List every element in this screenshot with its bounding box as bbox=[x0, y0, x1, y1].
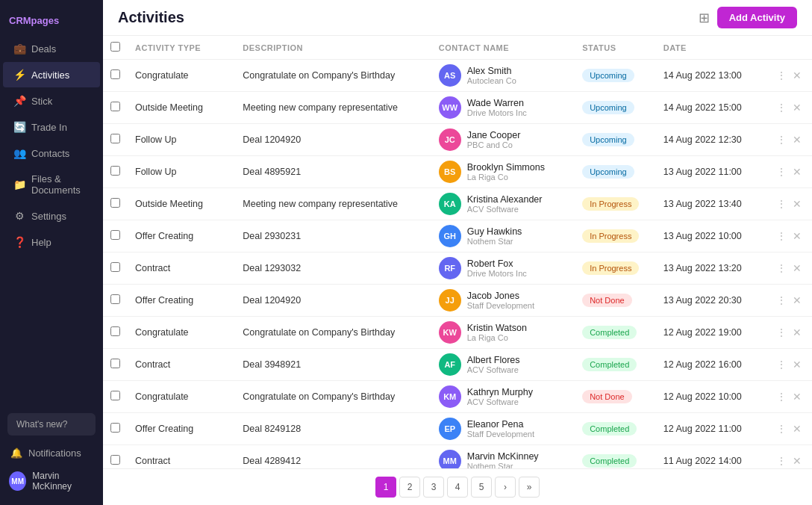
close-button[interactable]: ✕ bbox=[791, 68, 803, 83]
status-cell: Completed bbox=[575, 413, 656, 445]
page-button-5[interactable]: 5 bbox=[471, 477, 492, 498]
more-options-button[interactable]: ⋮ bbox=[775, 164, 788, 179]
contact-info: Wade Warren Drive Motors Inc bbox=[467, 98, 527, 117]
status-badge: Not Done bbox=[582, 294, 631, 307]
row-checkbox-cell[interactable] bbox=[103, 188, 128, 220]
more-options-button[interactable]: ⋮ bbox=[775, 261, 788, 276]
contact-cell: KA Kristina Alexander ACV Software bbox=[431, 188, 575, 220]
row-checkbox[interactable] bbox=[110, 294, 120, 304]
page-button-»[interactable]: » bbox=[519, 477, 540, 498]
more-options-button[interactable]: ⋮ bbox=[775, 229, 788, 244]
row-checkbox[interactable] bbox=[110, 69, 120, 79]
page-button-3[interactable]: 3 bbox=[423, 477, 444, 498]
status-cell: Not Done bbox=[575, 381, 656, 413]
more-options-button[interactable]: ⋮ bbox=[775, 325, 788, 340]
page-button-1[interactable]: 1 bbox=[375, 477, 396, 498]
contact-cell: KM Kathryn Murphy ACV Software bbox=[431, 381, 575, 413]
contact-info: Marvin McKinney Nothem Star bbox=[467, 451, 539, 468]
close-button[interactable]: ✕ bbox=[791, 293, 803, 308]
row-checkbox-cell[interactable] bbox=[103, 349, 128, 381]
row-checkbox-cell[interactable] bbox=[103, 156, 128, 188]
row-checkbox[interactable] bbox=[110, 166, 120, 176]
sidebar-item-files-&-documents[interactable]: 📁 Files & Documents bbox=[3, 167, 100, 202]
row-checkbox[interactable] bbox=[110, 134, 120, 143]
status-cell: Not Done bbox=[575, 285, 656, 317]
close-button[interactable]: ✕ bbox=[791, 389, 803, 404]
activity-type-cell: Outside Meeting bbox=[128, 92, 235, 124]
close-button[interactable]: ✕ bbox=[791, 229, 803, 244]
close-button[interactable]: ✕ bbox=[791, 421, 803, 436]
contact-name: Jane Cooper bbox=[467, 130, 521, 140]
more-options-button[interactable]: ⋮ bbox=[775, 68, 788, 83]
row-checkbox[interactable] bbox=[110, 198, 120, 208]
nav-icon: 📁 bbox=[13, 179, 25, 190]
more-options-button[interactable]: ⋮ bbox=[775, 293, 788, 308]
actions-cell: ⋮ ✕ bbox=[767, 317, 812, 349]
filter-button[interactable]: ⊞ bbox=[699, 10, 710, 26]
close-button[interactable]: ✕ bbox=[791, 261, 803, 276]
row-checkbox-cell[interactable] bbox=[103, 124, 128, 156]
select-all-checkbox[interactable] bbox=[110, 42, 120, 52]
close-button[interactable]: ✕ bbox=[791, 100, 803, 115]
sidebar-item-contacts[interactable]: 👥 Contacts bbox=[3, 140, 100, 166]
row-checkbox[interactable] bbox=[110, 359, 120, 368]
add-activity-button[interactable]: Add Activity bbox=[717, 7, 797, 28]
more-options-button[interactable]: ⋮ bbox=[775, 421, 788, 436]
notifications-row[interactable]: 🔔 Notifications bbox=[0, 442, 103, 465]
row-checkbox[interactable] bbox=[110, 455, 120, 465]
more-options-button[interactable]: ⋮ bbox=[775, 357, 788, 372]
actions-cell: ⋮ ✕ bbox=[767, 156, 812, 188]
avatar: KM bbox=[439, 385, 461, 408]
more-options-button[interactable]: ⋮ bbox=[775, 453, 788, 468]
more-options-button[interactable]: ⋮ bbox=[775, 132, 788, 147]
more-options-button[interactable]: ⋮ bbox=[775, 100, 788, 115]
close-button[interactable]: ✕ bbox=[791, 196, 803, 211]
row-checkbox[interactable] bbox=[110, 326, 120, 336]
close-button[interactable]: ✕ bbox=[791, 132, 803, 147]
row-checkbox[interactable] bbox=[110, 262, 120, 272]
row-checkbox-cell[interactable] bbox=[103, 445, 128, 469]
contact-cell: KW Kristin Watson La Riga Co bbox=[431, 317, 575, 349]
row-checkbox-cell[interactable] bbox=[103, 252, 128, 285]
date-cell: 11 Aug 2022 14:00 bbox=[656, 445, 767, 469]
sidebar-item-activities[interactable]: ⚡ Activities bbox=[3, 62, 100, 87]
status-badge: Completed bbox=[582, 326, 637, 339]
more-options-button[interactable]: ⋮ bbox=[775, 196, 788, 211]
sidebar-item-help[interactable]: ❓ Help bbox=[3, 229, 100, 255]
description-cell: Congratulate on Company's Birthday bbox=[235, 60, 431, 92]
activities-table-container[interactable]: ACTIVITY TYPE DESCRIPTION CONTACT NAME S… bbox=[103, 36, 812, 468]
close-button[interactable]: ✕ bbox=[791, 357, 803, 372]
contact-cell: RF Robert Fox Drive Motors Inc bbox=[431, 252, 575, 285]
page-button-›[interactable]: › bbox=[495, 477, 516, 498]
more-options-button[interactable]: ⋮ bbox=[775, 389, 788, 404]
row-checkbox-cell[interactable] bbox=[103, 381, 128, 413]
row-checkbox-cell[interactable] bbox=[103, 92, 128, 124]
activity-type-cell: Congratulate bbox=[128, 317, 235, 349]
row-checkbox-cell[interactable] bbox=[103, 317, 128, 349]
description-cell: Deal 1204920 bbox=[235, 124, 431, 156]
sidebar-item-deals[interactable]: 💼 Deals bbox=[3, 36, 100, 61]
sidebar-item-settings[interactable]: ⚙ Settings bbox=[3, 203, 100, 229]
row-checkbox[interactable] bbox=[110, 102, 120, 111]
sidebar-item-stick[interactable]: 📌 Stick bbox=[3, 88, 100, 114]
page-button-2[interactable]: 2 bbox=[399, 477, 420, 498]
row-checkbox[interactable] bbox=[110, 230, 120, 240]
close-button[interactable]: ✕ bbox=[791, 164, 803, 179]
sidebar-item-label: Settings bbox=[31, 211, 66, 222]
close-button[interactable]: ✕ bbox=[791, 325, 803, 340]
sidebar-item-trade-in[interactable]: 🔄 Trade In bbox=[3, 114, 100, 140]
main-content: Activities ⊞ Add Activity ACTIVITY TYPE … bbox=[103, 0, 812, 505]
page-button-4[interactable]: 4 bbox=[447, 477, 468, 498]
row-checkbox[interactable] bbox=[110, 391, 120, 400]
date-cell: 13 Aug 2022 13:20 bbox=[656, 252, 767, 285]
row-checkbox-cell[interactable] bbox=[103, 220, 128, 252]
row-checkbox[interactable] bbox=[110, 423, 120, 433]
status-cell: Upcoming bbox=[575, 92, 656, 124]
row-checkbox-cell[interactable] bbox=[103, 413, 128, 445]
close-button[interactable]: ✕ bbox=[791, 453, 803, 468]
whats-new-button[interactable]: What's new? bbox=[7, 413, 96, 436]
row-checkbox-cell[interactable] bbox=[103, 285, 128, 317]
row-checkbox-cell[interactable] bbox=[103, 60, 128, 92]
contact-info: Robert Fox Drive Motors Inc bbox=[467, 258, 527, 278]
avatar: JJ bbox=[439, 289, 461, 312]
